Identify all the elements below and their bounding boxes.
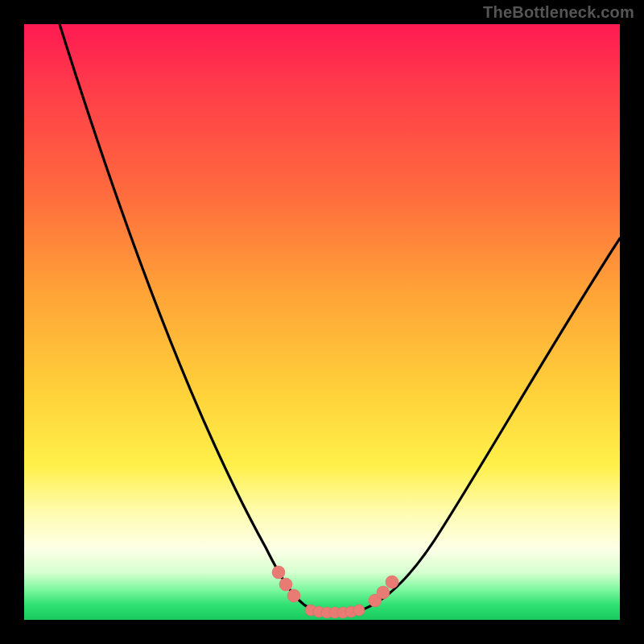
plot-area [24, 24, 620, 620]
bottleneck-curve [24, 24, 620, 620]
svg-point-8 [279, 578, 292, 591]
svg-point-12 [386, 576, 398, 588]
optimal-left-cluster [272, 566, 300, 602]
optimal-right-cluster [369, 576, 398, 607]
optimal-bottom-band [305, 605, 365, 618]
watermark-text: TheBottleneck.com [483, 3, 634, 22]
svg-point-11 [377, 586, 390, 599]
svg-point-7 [272, 566, 285, 579]
svg-point-9 [287, 589, 300, 602]
curve-path [60, 24, 620, 614]
chart-frame: TheBottleneck.com [0, 0, 644, 644]
svg-point-6 [353, 605, 365, 616]
